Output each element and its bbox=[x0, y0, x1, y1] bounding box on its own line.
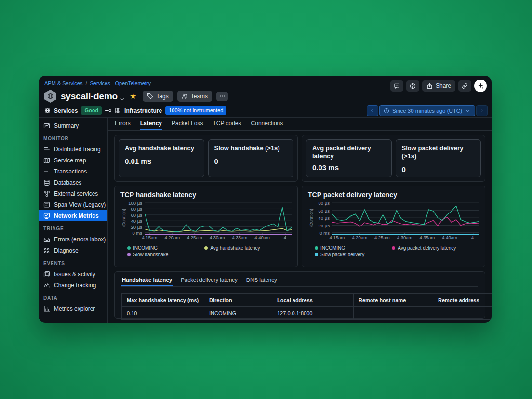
tab-packet-loss[interactable]: Packet Loss bbox=[171, 119, 203, 130]
favorite-star-icon[interactable]: ★ bbox=[130, 93, 136, 100]
service-name-dropdown[interactable]: syscall-demo bbox=[61, 91, 125, 102]
chart-legend: INCOMINGAvg packet delivery latencySlow … bbox=[315, 245, 479, 257]
sidebar-item-service-map[interactable]: Service map bbox=[39, 155, 107, 166]
stat-title: Slow packet delivery (>1s) bbox=[402, 145, 475, 160]
network-icon bbox=[43, 213, 50, 219]
breadcrumb-separator: / bbox=[85, 80, 87, 86]
teams-button[interactable]: Teams bbox=[177, 91, 212, 102]
column-header-direction[interactable]: Direction bbox=[204, 294, 272, 307]
subtab-packet-delivery-latency[interactable]: Packet delivery latency bbox=[180, 276, 238, 286]
legend-item-slow-packet-delivery[interactable]: Slow packet delivery bbox=[315, 252, 392, 257]
time-back-button[interactable] bbox=[367, 105, 378, 116]
breadcrumb-apm-services[interactable]: APM & Services bbox=[44, 80, 82, 86]
sidebar-item-distributed-tracing[interactable]: Distributed tracing bbox=[39, 144, 107, 155]
link-button[interactable] bbox=[458, 80, 471, 92]
sidebar-item-span-view-legacy[interactable]: Span View (Legacy) bbox=[39, 199, 107, 210]
sidebar-item-transactions[interactable]: Transactions bbox=[39, 166, 107, 177]
sidebar-item-metrics-explorer[interactable]: Metrics explorer bbox=[39, 303, 107, 314]
column-header-remote-host-name[interactable]: Remote host name bbox=[354, 294, 433, 307]
link-icon bbox=[462, 83, 468, 89]
sidebar-item-issues-activity[interactable]: Issues & activity bbox=[39, 268, 107, 279]
clock-icon bbox=[384, 108, 389, 114]
sidebar-item-diagnose[interactable]: Diagnose bbox=[39, 245, 107, 256]
sidebar-item-label: Distributed tracing bbox=[54, 146, 101, 153]
ai-assistant-button[interactable] bbox=[474, 80, 487, 92]
column-header-remote-address[interactable]: Remote address bbox=[433, 294, 492, 307]
summary-icon bbox=[43, 122, 50, 129]
time-forward-button[interactable] bbox=[476, 105, 488, 116]
packet-cards-group: Avg packet delivery latency 0.03 ms Slow… bbox=[302, 135, 485, 182]
time-range-selector[interactable]: Since 30 minutes ago (UTC) bbox=[379, 105, 475, 116]
tag-icon bbox=[147, 93, 153, 99]
sidebar-item-label: Span View (Legacy) bbox=[54, 201, 106, 208]
stat-card-avg-packet-delivery: Avg packet delivery latency 0.03 ms bbox=[306, 139, 392, 177]
sidebar-item-label: Diagnose bbox=[54, 247, 79, 254]
tab-connections[interactable]: Connections bbox=[251, 119, 284, 130]
legend-label: INCOMING bbox=[133, 245, 158, 251]
help-icon bbox=[410, 83, 416, 89]
legend-dot bbox=[315, 253, 318, 256]
globe-icon bbox=[44, 107, 51, 114]
y-tick-label: 20 µs bbox=[131, 225, 142, 230]
chart-area: (Duration) 0 ms20 µs40 µs60 µs80 µs100 µ… bbox=[120, 203, 292, 233]
subtab-dns-latency[interactable]: DNS latency bbox=[246, 276, 278, 286]
charts-row: TCP handshake latency (Duration) 0 ms20 … bbox=[114, 186, 485, 267]
infrastructure-icon bbox=[115, 107, 121, 114]
infrastructure-status-badge[interactable]: 100% not instrumented bbox=[165, 106, 226, 115]
legend-item-incoming[interactable]: INCOMING bbox=[315, 245, 392, 251]
sidebar-item-change-tracking[interactable]: Change tracking bbox=[39, 279, 107, 291]
infrastructure-label: Infrastructure bbox=[124, 107, 162, 114]
legend-item-incoming[interactable]: INCOMING bbox=[127, 245, 204, 251]
share-button[interactable]: Share bbox=[422, 80, 455, 92]
column-header-local-address[interactable]: Local address bbox=[272, 294, 354, 307]
app-window: APM & Services / Services - OpenTelemetr… bbox=[39, 76, 492, 323]
sidebar-item-summary[interactable]: Summary bbox=[39, 120, 107, 131]
sidebar-item-databases[interactable]: Databases bbox=[39, 177, 107, 188]
column-header-max-handshake-latency-ms[interactable]: Max handshake latency (ms) bbox=[122, 294, 204, 307]
sidebar-item-label: Change tracking bbox=[54, 282, 96, 289]
tab-errors[interactable]: Errors bbox=[114, 119, 131, 130]
sidebar-item-external-services[interactable]: External services bbox=[39, 188, 107, 199]
more-button[interactable] bbox=[216, 92, 228, 101]
metrics-icon bbox=[43, 306, 50, 312]
help-button[interactable] bbox=[406, 80, 419, 92]
feedback-button[interactable] bbox=[390, 80, 403, 92]
plot-area[interactable] bbox=[332, 203, 479, 233]
latency-table: Max handshake latency (ms)DirectionLocal… bbox=[121, 293, 492, 320]
plot-area[interactable] bbox=[145, 203, 292, 233]
y-tick-label: 80 µs bbox=[131, 206, 142, 212]
x-tick-label: 4:15am bbox=[142, 235, 158, 240]
y-tick-label: 40 µs bbox=[131, 218, 142, 224]
x-tick-label: 4:35am bbox=[232, 235, 248, 240]
page-title: syscall-demo bbox=[61, 91, 118, 102]
stat-value: 0.03 ms bbox=[312, 163, 386, 172]
sidebar-item-network-metrics[interactable]: Network Metrics bbox=[39, 210, 107, 221]
sidebar-item-errors-errors-inbox[interactable]: Errors (errors inbox) bbox=[39, 234, 107, 245]
legend-item-avg-packet-delivery-latency[interactable]: Avg packet delivery latency bbox=[392, 245, 479, 251]
stat-cards-row: Avg handshake latency 0.01 ms Slow hands… bbox=[114, 135, 485, 182]
legend-item-avg-handshake-latency[interactable]: Avg handshake latency bbox=[204, 245, 292, 251]
table-cell bbox=[433, 307, 492, 320]
teams-button-label: Teams bbox=[191, 93, 208, 100]
tab-latency[interactable]: Latency bbox=[140, 119, 162, 130]
sidebar-item-label: Errors (errors inbox) bbox=[54, 236, 106, 243]
chart-legend: INCOMINGAvg handshake latencySlow handsh… bbox=[127, 245, 292, 257]
y-axis-ticks: 0 ms20 µs40 µs60 µs80 µs bbox=[313, 203, 332, 233]
main-tabbar: ErrorsLatencyPacket LossTCP codesConnect… bbox=[108, 118, 492, 131]
content: Avg handshake latency 0.01 ms Slow hands… bbox=[108, 131, 492, 323]
legend-dot bbox=[315, 246, 318, 250]
y-tick-label: 40 µs bbox=[319, 215, 330, 221]
legend-label: INCOMING bbox=[320, 245, 345, 251]
tags-button[interactable]: Tags bbox=[143, 91, 173, 102]
services-status-badge[interactable]: Good bbox=[81, 106, 102, 115]
stat-title: Avg packet delivery latency bbox=[312, 145, 386, 160]
tags-button-label: Tags bbox=[156, 93, 168, 100]
legend-item-slow-handshake[interactable]: Slow handshake bbox=[127, 252, 204, 257]
subtab-handshake-latency[interactable]: Handshake latency bbox=[121, 276, 173, 286]
y-tick-label: 0 ms bbox=[319, 230, 330, 236]
y-axis-label: (Duration) bbox=[308, 203, 313, 233]
sidebar-item-label: Transactions bbox=[54, 168, 87, 175]
breadcrumb-services-opentelemetry[interactable]: Services - OpenTelemetry bbox=[90, 80, 151, 86]
tab-tcp-codes[interactable]: TCP codes bbox=[212, 119, 241, 130]
table-row[interactable]: 0.10INCOMING127.0.0.1:8000 bbox=[122, 307, 492, 320]
